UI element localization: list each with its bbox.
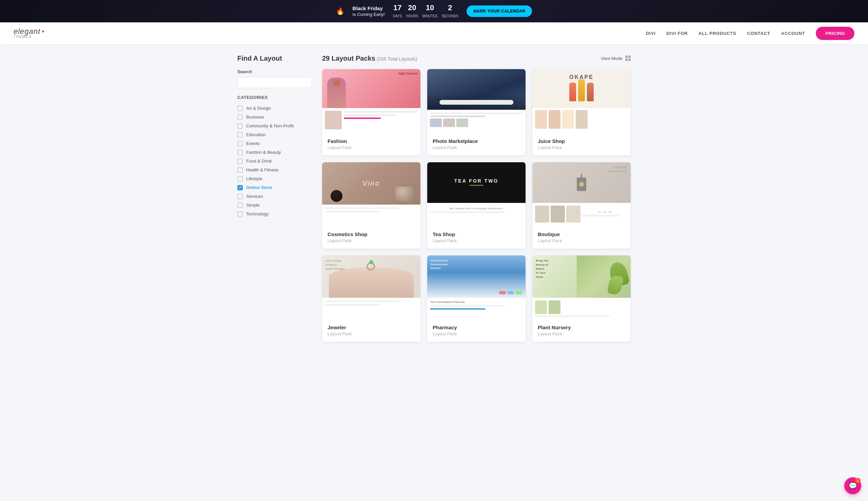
category-checkbox-simple[interactable] [237, 203, 243, 208]
page-content: Find A Layout Search Categories Art & De… [231, 44, 637, 352]
tea-hero: TEA FOR TWO [427, 162, 525, 203]
countdown-seconds-label: Seconds [442, 14, 458, 18]
category-community[interactable]: Community & Non-Profit [237, 121, 312, 130]
card-name-cosmetics: Cosmetics Shop [327, 231, 415, 237]
card-image-tea: TEA FOR TWO We Cultivate Tea For Everyda… [427, 162, 525, 227]
main-nav: DIVI DIVI FOR ALL PRODUCTS CONTACT ACCOU… [646, 27, 855, 40]
fashion-bottom [322, 108, 420, 134]
card-photo-marketplace[interactable]: Photo Marketplace Layout Pack [427, 69, 525, 156]
nav-contact[interactable]: CONTACT [747, 31, 770, 36]
category-simple[interactable]: Simple [237, 201, 312, 210]
mark-calendar-button[interactable]: MARK YOUR CALENDAR [467, 6, 532, 17]
lantern-top [581, 174, 582, 178]
category-checkbox-community[interactable] [237, 123, 243, 129]
card-pharmacy[interactable]: Find the DoctorRecommendedMedicine Your … [427, 255, 525, 342]
tea-line [430, 211, 504, 213]
card-type-photo: Layout Pack [433, 145, 520, 150]
packs-title-area: 29 Layout Packs (205 Total Layouts) [322, 54, 417, 62]
content-header: 29 Layout Packs (205 Total Layouts) View… [322, 54, 631, 62]
card-image-fashion: High Fashion [322, 69, 420, 134]
photo-hero [427, 69, 525, 110]
category-online-store[interactable]: Online Store [237, 183, 312, 192]
plant-line [535, 316, 609, 317]
category-label-community: Community & Non-Profit [246, 123, 294, 128]
plant-hero: Bring TheBeauty ofNatureTo YourHome [532, 255, 631, 298]
nav-all-products[interactable]: ALL PRODUCTS [699, 31, 736, 36]
juice-hero: OKAPE [532, 69, 631, 108]
category-label-simple: Simple [246, 203, 260, 207]
card-type-juice: Layout Pack [538, 145, 625, 150]
card-fashion[interactable]: High Fashion Fashion Layout Pack [322, 69, 420, 156]
category-label-education: Education [246, 132, 266, 137]
card-info-pharmacy: Pharmacy Layout Pack [427, 320, 525, 342]
category-checkbox-fashion-beauty[interactable] [237, 150, 243, 155]
countdown-hours-num: 20 [406, 3, 418, 12]
vintage-label: VINTAGECOLLECTION [608, 166, 627, 173]
category-health-fitness[interactable]: Health & Fitness [237, 166, 312, 174]
category-fashion-beauty[interactable]: Fashion & Beauty [237, 148, 312, 157]
nav-account[interactable]: ACCOUNT [781, 31, 805, 36]
packs-title: 29 Layout Packs [322, 54, 375, 62]
fashion-hero: High Fashion [322, 69, 420, 108]
card-name-fashion: Fashion [327, 138, 415, 144]
photo-thumb-3 [456, 119, 468, 127]
pharmacy-text: Find the DoctorRecommendedMedicine [431, 259, 448, 270]
card-boutique[interactable]: VINTAGECOLLECTION 01 02 03 [532, 162, 631, 249]
category-checkbox-lifestyle[interactable] [237, 176, 243, 182]
category-label-lifestyle: Lifestyle [246, 176, 262, 181]
card-type-tea: Layout Pack [433, 238, 520, 243]
lantern-light [579, 182, 584, 186]
juice-bottle-3 [587, 83, 594, 101]
category-business[interactable]: Business [237, 113, 312, 121]
card-name-jeweler: Jeweler [327, 324, 415, 331]
jeweler-line-1 [325, 300, 399, 302]
category-checkbox-services[interactable] [237, 194, 243, 199]
main-header: elegant ✦ themes DIVI DIVI FOR ALL PRODU… [0, 22, 868, 44]
category-checkbox-health-fitness[interactable] [237, 167, 243, 173]
boutique-line [582, 215, 619, 216]
boutique-thumb-2 [551, 206, 565, 223]
boutique-thumb-1 [535, 206, 549, 223]
cosmetics-lid [331, 190, 343, 202]
logo-star: ✦ [41, 29, 45, 34]
pharmacy-hero: Find the DoctorRecommendedMedicine [427, 255, 525, 298]
category-art-design[interactable]: Art & Design [237, 104, 312, 113]
category-checkbox-education[interactable] [237, 132, 243, 138]
category-events[interactable]: Events [237, 139, 312, 148]
card-cosmetics[interactable]: Vino Cosmetics Shop Layout Pack [322, 162, 420, 249]
category-lifestyle[interactable]: Lifestyle [237, 174, 312, 183]
card-image-plant: Bring TheBeauty ofNatureTo YourHome [532, 255, 631, 320]
category-checkbox-business[interactable] [237, 115, 243, 120]
category-label-events: Events [246, 141, 260, 146]
juice-bottles [569, 79, 594, 101]
card-juice-shop[interactable]: OKAPE Juice Shop [532, 69, 631, 156]
view-mode-toggle[interactable]: View Mode [601, 55, 631, 61]
card-name-photo: Photo Marketplace [433, 138, 520, 144]
cosmetics-line-1 [325, 207, 399, 209]
nav-divi-for[interactable]: DIVI FOR [667, 31, 688, 36]
card-image-pharmacy: Find the DoctorRecommendedMedicine Your … [427, 255, 525, 320]
card-plant-nursery[interactable]: Bring TheBeauty ofNatureTo YourHome Plan… [532, 255, 631, 342]
pill-1 [499, 291, 506, 294]
packs-count: (205 Total Layouts) [377, 56, 417, 62]
category-food-drink[interactable]: Food & Drink [237, 157, 312, 166]
category-technology[interactable]: Technology [237, 210, 312, 218]
juice-bottom [532, 108, 631, 134]
plant-bottom [532, 298, 631, 320]
category-education[interactable]: Education [237, 130, 312, 139]
card-jeweler[interactable]: Good ThingsComes InSmall Packages Jewele… [322, 255, 420, 342]
search-input[interactable] [237, 77, 312, 88]
category-checkbox-art-design[interactable] [237, 106, 243, 111]
category-checkbox-online-store[interactable] [237, 185, 243, 190]
pill-2 [507, 291, 514, 294]
category-checkbox-technology[interactable] [237, 211, 243, 217]
nav-divi[interactable]: DIVI [646, 31, 656, 36]
card-tea-shop[interactable]: TEA FOR TWO We Cultivate Tea For Everyda… [427, 162, 525, 249]
pricing-button[interactable]: PRICING [816, 27, 855, 40]
logo[interactable]: elegant ✦ themes [13, 28, 45, 39]
category-checkbox-events[interactable] [237, 141, 243, 146]
logo-subtext: themes [13, 35, 45, 39]
category-services[interactable]: Services [237, 192, 312, 201]
category-label-business: Business [246, 115, 264, 120]
category-checkbox-food-drink[interactable] [237, 159, 243, 164]
